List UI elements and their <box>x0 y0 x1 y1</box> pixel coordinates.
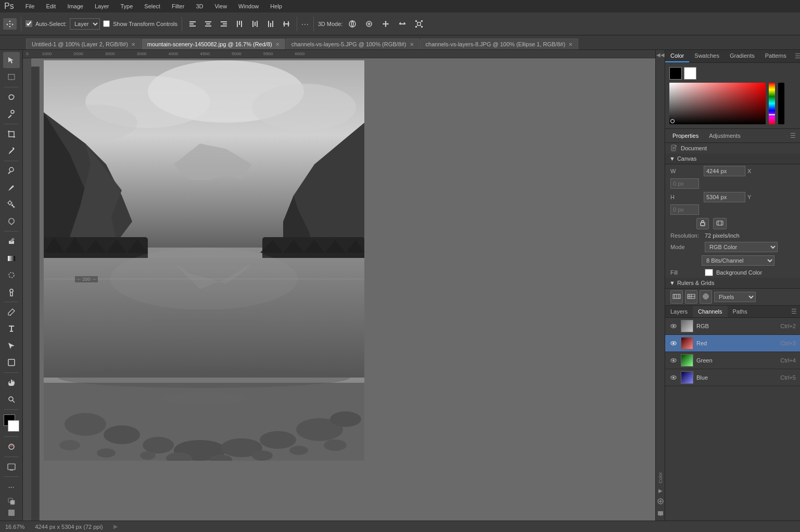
menu-edit[interactable]: Edit <box>44 2 58 10</box>
y-input[interactable] <box>670 204 699 215</box>
zoom-tool[interactable] <box>3 392 20 408</box>
lasso-tool[interactable] <box>3 89 20 105</box>
ruler-type-3[interactable] <box>700 290 712 304</box>
channel-row-rgb[interactable]: RGB Ctrl+2 <box>665 318 800 335</box>
align-right-btn[interactable] <box>218 19 230 29</box>
tab-patterns[interactable]: Patterns <box>760 50 792 62</box>
channel-row-green[interactable]: Green Ctrl+4 <box>665 352 800 369</box>
close-tab-untitled[interactable]: ✕ <box>131 42 135 47</box>
color-boxes[interactable] <box>3 414 20 432</box>
tab-channels[interactable]: Channels <box>693 306 727 317</box>
color-picker-indicator[interactable] <box>670 119 675 123</box>
bg-color-swatch[interactable] <box>684 67 696 80</box>
tab-gradients[interactable]: Gradients <box>725 50 760 62</box>
channels-options-btn[interactable]: ☰ <box>788 306 800 317</box>
eyedropper-tool[interactable] <box>3 142 20 159</box>
alpha-slider[interactable] <box>778 83 784 124</box>
ruler-type-1[interactable] <box>670 290 683 304</box>
small-icon-2[interactable] <box>6 507 17 518</box>
background-color[interactable] <box>8 420 19 432</box>
blur-tool[interactable] <box>3 267 20 283</box>
collapse-btn-top[interactable]: ◀◀ <box>656 52 665 58</box>
dodge-tool[interactable] <box>3 284 20 300</box>
width-input[interactable] <box>704 166 745 176</box>
shape-tool[interactable] <box>3 355 20 371</box>
tab-channels5[interactable]: channels-vs-layers-5.JPG @ 100% (RGB/8#)… <box>286 38 420 49</box>
pen-tool[interactable] <box>3 304 20 320</box>
hue-indicator[interactable] <box>769 114 775 115</box>
hue-slider[interactable] <box>769 83 775 124</box>
auto-select-checkbox[interactable] <box>26 20 32 27</box>
show-transform-checkbox[interactable] <box>103 20 110 27</box>
height-input[interactable] <box>704 192 745 202</box>
visibility-green[interactable] <box>669 356 678 365</box>
menu-layer[interactable]: Layer <box>93 2 111 10</box>
channel-row-red[interactable]: Red Ctrl+3 <box>665 335 800 352</box>
3d-pan-btn[interactable] <box>379 18 392 30</box>
link-dimensions-btn[interactable] <box>696 218 709 229</box>
mode-select[interactable]: RGB Color <box>705 242 778 252</box>
distribute-btn[interactable] <box>280 19 293 29</box>
hand-tool[interactable] <box>3 374 20 391</box>
tab-layers[interactable]: Layers <box>665 306 693 317</box>
eraser-tool[interactable] <box>3 233 20 249</box>
properties-options-btn[interactable]: ☰ <box>790 132 796 139</box>
selection-tool[interactable] <box>3 52 20 68</box>
menu-file[interactable]: File <box>23 2 37 10</box>
ruler-type-2[interactable] <box>685 290 697 304</box>
3d-scale-btn[interactable] <box>412 18 426 30</box>
3d-roll-btn[interactable] <box>362 18 376 30</box>
visibility-blue[interactable] <box>669 373 678 382</box>
brush-tool[interactable] <box>3 179 20 196</box>
tab-mountain[interactable]: mountain-scenery-1450082.jpg @ 16.7% (Re… <box>142 38 285 49</box>
screen-mode-tool[interactable] <box>3 459 20 475</box>
magic-wand-tool[interactable] <box>3 106 20 122</box>
align-bottom-btn[interactable] <box>264 19 277 29</box>
color-spectrum[interactable] <box>669 83 766 124</box>
menu-view[interactable]: View <box>212 2 229 10</box>
align-top-btn[interactable] <box>233 19 246 29</box>
menu-window[interactable]: Window <box>236 2 261 10</box>
fg-color-swatch[interactable] <box>669 67 682 80</box>
close-tab-channels5[interactable]: ✕ <box>410 42 414 47</box>
panel-icon-1[interactable] <box>657 498 664 506</box>
menu-3d[interactable]: 3D <box>194 2 205 10</box>
tab-properties[interactable]: Properties <box>669 132 702 140</box>
image-size-btn[interactable] <box>713 218 727 229</box>
menu-type[interactable]: Type <box>118 2 135 10</box>
tab-adjustments[interactable]: Adjustments <box>706 132 744 140</box>
align-center-btn[interactable] <box>202 19 214 29</box>
menu-filter[interactable]: Filter <box>170 2 186 10</box>
quick-mask-tool[interactable] <box>3 438 20 455</box>
menu-image[interactable]: Image <box>65 2 85 10</box>
align-middle-btn[interactable] <box>249 19 261 29</box>
visibility-rgb[interactable] <box>669 322 678 330</box>
tab-untitled[interactable]: Untitled-1 @ 100% (Layer 2, RGB/8#) ✕ <box>26 38 141 49</box>
ruler-unit-select[interactable]: Pixels <box>714 292 756 302</box>
close-tab-channels8[interactable]: ✕ <box>568 42 573 47</box>
panel-icon-2[interactable] <box>657 510 664 518</box>
panel-toggle-arrow[interactable]: ▶ <box>658 488 663 494</box>
move-tool-btn[interactable] <box>3 18 17 30</box>
more-options-btn[interactable]: ··· <box>301 20 309 28</box>
marquee-tool[interactable] <box>3 69 20 85</box>
tab-color[interactable]: Color <box>665 50 689 62</box>
healing-tool[interactable] <box>3 163 20 179</box>
rulers-section-header[interactable]: ▼ Rulers & Grids <box>665 278 800 289</box>
tab-channels8[interactable]: channels-vs-layers-8.JPG @ 100% (Ellipse… <box>420 38 579 49</box>
3d-rotate-btn[interactable] <box>346 18 359 30</box>
text-tool[interactable] <box>3 321 20 337</box>
align-left-btn[interactable] <box>186 19 199 29</box>
tab-paths[interactable]: Paths <box>728 306 753 317</box>
visibility-red[interactable] <box>669 339 678 347</box>
bit-depth-select[interactable]: 8 Bits/Channel <box>702 255 774 266</box>
clone-stamp-tool[interactable] <box>3 197 20 213</box>
gradient-tool[interactable] <box>3 250 20 266</box>
tab-swatches[interactable]: Swatches <box>689 50 725 62</box>
menu-select[interactable]: Select <box>142 2 162 10</box>
panel-toggle-color[interactable]: Color <box>658 472 663 484</box>
close-tab-mountain[interactable]: ✕ <box>275 42 280 47</box>
color-panel-options[interactable]: ☰ <box>792 50 800 62</box>
channel-row-blue[interactable]: Blue Ctrl+5 <box>665 369 800 386</box>
more-tools-btn[interactable]: ··· <box>3 478 20 495</box>
